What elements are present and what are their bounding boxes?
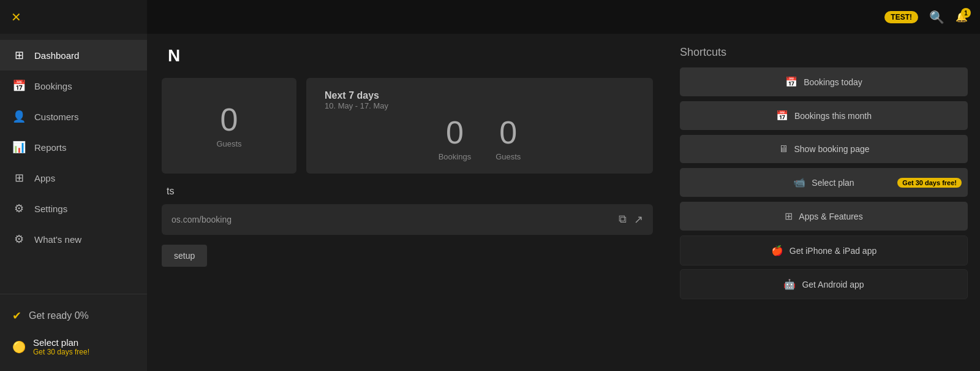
today-stat: 0 Guests	[216, 104, 241, 148]
get-30-badge: Get 30 days free!	[897, 178, 962, 188]
next7days-guests-block: 0 Guests	[496, 117, 521, 161]
android-icon: 🤖	[783, 278, 796, 290]
booking-url-text: os.com/booking	[172, 215, 232, 224]
sidebar-item-label: Reports	[34, 142, 67, 153]
sidebar-item-label: Customers	[34, 112, 79, 122]
page-title: N	[168, 46, 653, 66]
iphone-ipad-button[interactable]: 🍎 Get iPhone & iPad app	[680, 235, 968, 266]
open-external-icon[interactable]: ↗	[634, 213, 643, 226]
sidebar-item-label: Apps	[34, 173, 55, 183]
section-title: ts	[167, 186, 653, 197]
get-ready-item[interactable]: ✔ Get ready 0%	[0, 302, 147, 330]
select-plan-title: Select plan	[33, 337, 89, 348]
main-content: TEST! 🔍 🔔 1 N 0 Guests	[147, 0, 980, 371]
notification-bell[interactable]: 🔔 1	[956, 11, 968, 23]
android-button[interactable]: 🤖 Get Android app	[680, 269, 968, 299]
dashboard-body: N 0 Guests Next 7 days 10. May - 17. May	[147, 34, 980, 371]
next7days-bookings-number: 0	[446, 117, 464, 148]
sidebar-item-bookings[interactable]: 📅 Bookings	[0, 71, 147, 101]
next7days-bookings-label: Bookings	[439, 152, 471, 161]
sidebar-bottom: ✔ Get ready 0% 🟡 Select plan Get 30 days…	[0, 294, 147, 371]
apps-icon: ⊞	[12, 171, 26, 185]
close-icon[interactable]: ✕	[11, 10, 21, 25]
customers-icon: 👤	[12, 110, 26, 123]
stats-row: 0 Guests Next 7 days 10. May - 17. May 0…	[162, 78, 653, 174]
plan-icon: 📹	[793, 177, 805, 188]
today-stat-card: 0 Guests	[162, 78, 296, 174]
dashboard-icon: ⊞	[12, 48, 26, 62]
test-badge[interactable]: TEST!	[884, 11, 918, 23]
select-plan-icon: 🟡	[12, 340, 26, 354]
topbar: TEST! 🔍 🔔 1	[147, 0, 980, 34]
sidebar-nav: ⊞ Dashboard 📅 Bookings 👤 Customers 📊 Rep…	[0, 34, 147, 294]
iphone-ipad-label: Get iPhone & iPad app	[790, 246, 876, 256]
sidebar-item-label: What's new	[34, 234, 81, 245]
bookings-month-button[interactable]: 📅 Bookings this month	[680, 101, 968, 130]
calendar-month-icon: 📅	[776, 110, 788, 121]
bookings-month-label: Bookings this month	[794, 111, 872, 121]
bookings-icon: 📅	[12, 79, 26, 93]
get-ready-label: Get ready 0%	[29, 310, 89, 321]
apps-features-button[interactable]: ⊞ Apps & Features	[680, 202, 968, 231]
show-booking-page-label: Show booking page	[794, 144, 870, 154]
bookings-today-label: Bookings today	[804, 77, 862, 87]
select-plan-text: Select plan Get 30 days free!	[33, 337, 89, 356]
copy-icon[interactable]: ⧉	[619, 213, 627, 226]
sidebar-item-settings[interactable]: ⚙ Settings	[0, 193, 147, 224]
bookings-today-button[interactable]: 📅 Bookings today	[680, 67, 968, 96]
next7days-guests-label: Guests	[496, 152, 521, 161]
sidebar: ✕ ⊞ Dashboard 📅 Bookings 👤 Customers 📊 R…	[0, 0, 147, 371]
calendar-today-icon: 📅	[785, 76, 797, 88]
notif-count-badge: 1	[961, 8, 971, 18]
setup-button[interactable]: setup	[162, 245, 207, 267]
next7days-numbers: 0 Bookings 0 Guests	[325, 117, 635, 161]
sidebar-item-apps[interactable]: ⊞ Apps	[0, 163, 147, 193]
sidebar-item-dashboard[interactable]: ⊞ Dashboard	[0, 40, 147, 71]
next7days-period: Next 7 days	[325, 90, 379, 101]
next7days-dates: 10. May - 17. May	[325, 101, 388, 110]
next7days-guests-number: 0	[499, 117, 517, 148]
next7days-bookings-block: 0 Bookings	[439, 117, 471, 161]
next7days-header: Next 7 days 10. May - 17. May	[325, 90, 635, 110]
sidebar-item-reports[interactable]: 📊 Reports	[0, 132, 147, 163]
monitor-icon: 🖥	[778, 143, 788, 155]
whats-new-icon: ⚙	[12, 232, 26, 246]
apple-icon: 🍎	[771, 245, 783, 256]
sidebar-item-customers[interactable]: 👤 Customers	[0, 101, 147, 132]
apps-features-icon: ⊞	[785, 210, 793, 222]
dashboard-left: N 0 Guests Next 7 days 10. May - 17. May	[147, 34, 668, 371]
android-label: Get Android app	[802, 280, 864, 289]
today-guests-number: 0	[221, 104, 238, 136]
today-guests-label: Guests	[216, 139, 241, 148]
shortcuts-title: Shortcuts	[680, 46, 968, 59]
sidebar-item-label: Bookings	[34, 81, 72, 91]
select-plan-item[interactable]: 🟡 Select plan Get 30 days free!	[0, 330, 147, 364]
booking-url-row: os.com/booking ⧉ ↗	[162, 204, 653, 235]
sidebar-top: ✕	[0, 0, 147, 34]
sidebar-item-label: Dashboard	[34, 50, 79, 61]
show-booking-page-button[interactable]: 🖥 Show booking page	[680, 135, 968, 163]
select-plan-subtitle: Get 30 days free!	[33, 348, 89, 356]
settings-icon: ⚙	[12, 202, 26, 215]
select-plan-label: Select plan	[812, 178, 854, 188]
apps-features-label: Apps & Features	[799, 212, 862, 221]
shortcuts-panel: Shortcuts 📅 Bookings today 📅 Bookings th…	[668, 34, 980, 371]
sidebar-item-label: Settings	[34, 204, 67, 214]
get-ready-icon: ✔	[12, 309, 21, 323]
next7days-stat-card: Next 7 days 10. May - 17. May 0 Bookings…	[306, 78, 653, 174]
booking-url-actions: ⧉ ↗	[619, 213, 643, 226]
select-plan-button[interactable]: 📹 Select plan Get 30 days free!	[680, 168, 968, 197]
sidebar-item-whats-new[interactable]: ⚙ What's new	[0, 224, 147, 254]
search-icon[interactable]: 🔍	[929, 10, 944, 25]
reports-icon: 📊	[12, 140, 26, 154]
